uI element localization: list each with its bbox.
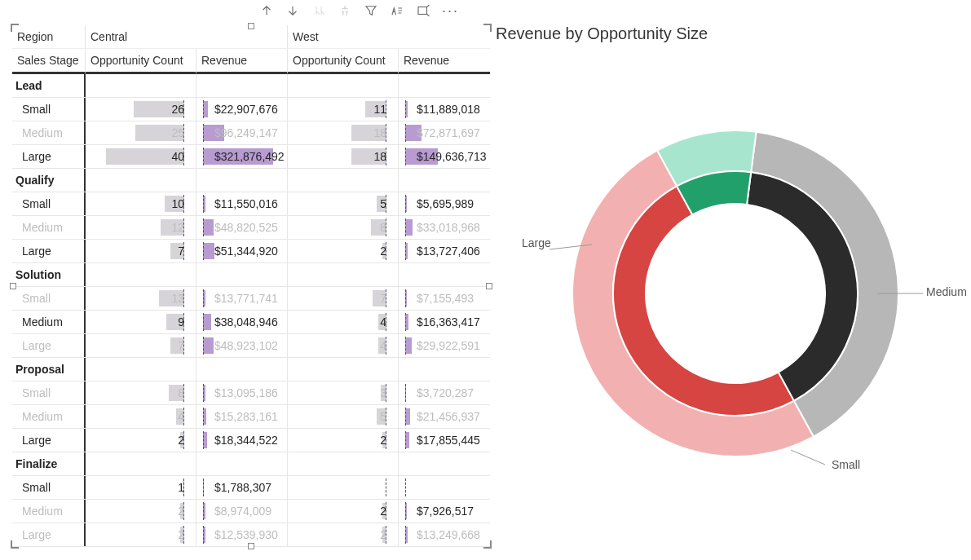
- group-row-header[interactable]: Proposal: [12, 358, 86, 381]
- metric-header[interactable]: Opportunity Count: [86, 49, 196, 74]
- row-header[interactable]: Large: [12, 240, 86, 262]
- revenue-cell[interactable]: $51,344,920: [196, 240, 288, 262]
- donut-chart[interactable]: [515, 65, 971, 522]
- revenue-cell[interactable]: $96,249,147: [196, 121, 288, 144]
- expand-down-icon[interactable]: [336, 2, 354, 20]
- opportunity-count-cell[interactable]: 2: [288, 500, 399, 523]
- row-header[interactable]: Medium: [12, 500, 86, 523]
- more-options-icon[interactable]: ···: [440, 2, 459, 20]
- row-header[interactable]: Small: [12, 287, 86, 310]
- opportunity-count-cell[interactable]: 40: [86, 145, 196, 168]
- revenue-cell[interactable]: $48,923,102: [196, 334, 288, 357]
- revenue-cell[interactable]: $48,820,525: [196, 216, 288, 239]
- row-header[interactable]: Medium: [12, 311, 86, 333]
- opportunity-count-cell[interactable]: 26: [86, 98, 196, 121]
- focus-mode-icon[interactable]: [414, 2, 432, 20]
- opportunity-count-cell[interactable]: 11: [288, 98, 399, 121]
- row-header[interactable]: Large: [12, 334, 86, 357]
- filter-icon[interactable]: [362, 2, 380, 20]
- row-header[interactable]: Medium: [12, 216, 86, 239]
- row-header[interactable]: Large: [12, 429, 86, 452]
- leader-line: [791, 450, 825, 465]
- row-header[interactable]: Small: [12, 192, 86, 215]
- row-header[interactable]: Medium: [12, 121, 86, 144]
- revenue-cell[interactable]: $16,363,417: [399, 311, 490, 333]
- revenue-cell[interactable]: $38,048,946: [196, 311, 288, 333]
- opportunity-count-cell[interactable]: 4: [288, 334, 399, 357]
- revenue-cell[interactable]: $18,344,522: [196, 429, 288, 452]
- drill-up-icon[interactable]: [258, 2, 276, 20]
- region-header[interactable]: West: [288, 25, 490, 49]
- opportunity-count-cell[interactable]: 7: [86, 240, 196, 262]
- opportunity-count-cell[interactable]: [288, 476, 399, 499]
- matrix-body: LeadSmall26$22,907,67611$11,889,018Mediu…: [12, 74, 490, 547]
- opportunity-count-cell[interactable]: 18: [288, 145, 399, 168]
- opportunity-count-cell[interactable]: 8: [288, 216, 399, 239]
- opportunity-count-cell[interactable]: 12: [86, 216, 196, 239]
- revenue-cell[interactable]: $8,974,009: [196, 500, 288, 523]
- row-header[interactable]: Small: [12, 381, 86, 404]
- opportunity-count-cell[interactable]: 4: [288, 311, 399, 333]
- opportunity-count-cell[interactable]: 1: [86, 476, 196, 499]
- revenue-cell[interactable]: $11,550,016: [196, 192, 288, 215]
- region-header[interactable]: Central: [86, 25, 288, 49]
- opportunity-count-cell[interactable]: 8: [86, 381, 196, 404]
- revenue-cell[interactable]: $1,788,307: [196, 476, 288, 499]
- opportunity-count-cell[interactable]: 2: [86, 500, 196, 523]
- opportunity-count-cell[interactable]: 25: [86, 121, 196, 144]
- revenue-cell[interactable]: $29,922,591: [399, 334, 490, 357]
- group-row-header[interactable]: Lead: [12, 74, 86, 97]
- metric-header[interactable]: Revenue: [399, 49, 490, 74]
- opportunity-count-cell[interactable]: 5: [288, 192, 399, 215]
- revenue-cell[interactable]: $72,871,697: [399, 121, 490, 144]
- opportunity-count-cell[interactable]: 2: [288, 523, 399, 546]
- revenue-cell[interactable]: $13,771,741: [196, 287, 288, 310]
- metric-header[interactable]: Opportunity Count: [288, 49, 399, 74]
- opportunity-count-cell[interactable]: 7: [86, 334, 196, 357]
- row-header[interactable]: Large: [12, 523, 86, 546]
- opportunity-count-cell[interactable]: 7: [288, 287, 399, 310]
- revenue-cell[interactable]: $22,907,676: [196, 98, 288, 121]
- opportunity-count-cell[interactable]: 5: [288, 405, 399, 428]
- revenue-cell[interactable]: $7,926,517: [399, 500, 490, 523]
- revenue-cell[interactable]: $5,695,989: [399, 192, 490, 215]
- revenue-cell[interactable]: $15,283,161: [196, 405, 288, 428]
- opportunity-count-cell[interactable]: 18: [288, 121, 399, 144]
- row-header[interactable]: Small: [12, 98, 86, 121]
- drill-down-icon[interactable]: [284, 2, 302, 20]
- revenue-cell[interactable]: $13,095,186: [196, 381, 288, 404]
- revenue-cell[interactable]: [399, 476, 490, 499]
- revenue-cell[interactable]: $13,249,668: [399, 523, 490, 546]
- group-row-header[interactable]: Finalize: [12, 452, 86, 475]
- revenue-cell[interactable]: $3,720,287: [399, 381, 490, 404]
- revenue-cell[interactable]: $12,539,930: [196, 523, 288, 546]
- matrix-visual[interactable]: Region Central West Sales Stage Opportun…: [11, 24, 491, 548]
- opportunity-count-cell[interactable]: 3: [288, 381, 399, 404]
- revenue-cell[interactable]: $149,636,713: [399, 145, 490, 168]
- revenue-cell[interactable]: $11,889,018: [399, 98, 490, 121]
- group-row-header[interactable]: Solution: [12, 263, 86, 286]
- metric-header[interactable]: Revenue: [196, 49, 288, 74]
- opportunity-count-cell[interactable]: 2: [86, 523, 196, 546]
- revenue-cell[interactable]: $13,727,406: [399, 240, 490, 262]
- donut-label-medium: Medium: [926, 285, 967, 298]
- revenue-cell[interactable]: $21,456,937: [399, 405, 490, 428]
- revenue-cell[interactable]: $7,155,493: [399, 287, 490, 310]
- row-header[interactable]: Small: [12, 476, 86, 499]
- opportunity-count-cell[interactable]: 2: [288, 429, 399, 452]
- opportunity-count-cell[interactable]: 13: [86, 287, 196, 310]
- row-header[interactable]: Large: [12, 145, 86, 168]
- spotlight-icon[interactable]: [388, 2, 406, 20]
- visual-toolbar: ···: [258, 2, 459, 20]
- opportunity-count-cell[interactable]: 4: [86, 405, 196, 428]
- revenue-cell[interactable]: $17,855,445: [399, 429, 490, 452]
- opportunity-count-cell[interactable]: 10: [86, 192, 196, 215]
- row-header[interactable]: Medium: [12, 405, 86, 428]
- revenue-cell[interactable]: $33,018,968: [399, 216, 490, 239]
- opportunity-count-cell[interactable]: 2: [288, 240, 399, 262]
- revenue-cell[interactable]: $321,876,492: [196, 145, 288, 168]
- drill-hierarchy-icon[interactable]: [310, 2, 328, 20]
- group-row-header[interactable]: Qualify: [12, 169, 86, 192]
- opportunity-count-cell[interactable]: 2: [86, 429, 196, 452]
- opportunity-count-cell[interactable]: 9: [86, 311, 196, 333]
